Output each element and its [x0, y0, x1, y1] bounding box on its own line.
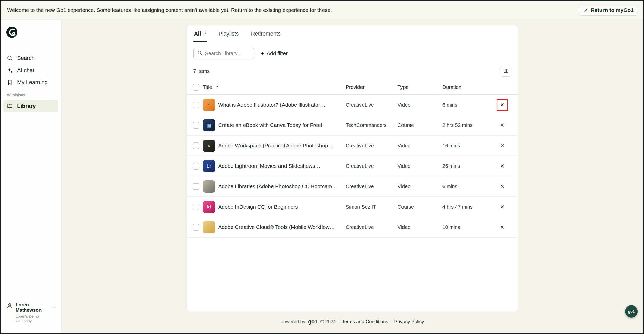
library-tabs: All 7 Playlists Retirements	[187, 25, 518, 42]
course-duration: 6 mins	[442, 102, 492, 108]
library-card: All 7 Playlists Retirements	[187, 25, 518, 312]
table-header: Title Provider Type Duration	[187, 80, 518, 95]
table-row[interactable]: Lr Adobe Lightroom Movies and Slideshows…	[187, 156, 518, 176]
course-duration: 26 mins	[442, 163, 492, 169]
course-provider: TechCommanders	[346, 122, 398, 128]
sidebar-item-my-learning[interactable]: My Learning	[3, 76, 58, 88]
row-checkbox[interactable]	[193, 204, 199, 210]
row-checkbox[interactable]	[193, 163, 199, 170]
sidebar-item-search[interactable]: Search	[3, 52, 58, 64]
go1-wordmark: go1	[308, 318, 318, 325]
table-row[interactable]: Id Adobe InDesign CC for Beginners Simon…	[187, 197, 518, 217]
remove-button[interactable]: ×	[497, 160, 508, 172]
items-count: 7 items	[193, 68, 210, 74]
course-title[interactable]: Create an eBook with Canva Today for Fre…	[218, 122, 346, 128]
go1-floating-button[interactable]: go1	[625, 305, 638, 318]
book-icon	[6, 103, 13, 110]
powered-by-label: powered by	[280, 319, 305, 324]
column-duration: Duration	[442, 84, 492, 90]
search-icon	[197, 50, 203, 57]
return-to-mygo1-button[interactable]: Return to myGo1	[579, 5, 638, 16]
table-row[interactable]: Adobe Libraries (Adobe Photoshop CC Boot…	[187, 176, 518, 197]
chevron-down-icon	[215, 84, 219, 90]
course-thumbnail: ▲	[203, 140, 215, 152]
table-row[interactable]: Adobe Creative Cloud® Tools (Mobile Work…	[187, 217, 518, 238]
course-provider: CreativeLive	[346, 224, 398, 230]
course-thumbnail: Lr	[203, 160, 215, 172]
course-title[interactable]: What is Adobe Illustrator? (Adobe Illust…	[218, 102, 346, 108]
row-checkbox[interactable]	[193, 122, 199, 129]
sidebar-section-administer: Administer	[7, 93, 61, 97]
course-duration: 4 hrs 47 mins	[442, 204, 492, 210]
course-provider: Simon Sez IT	[346, 204, 398, 210]
table-row[interactable]: ▲ Adobe Workspace (Practical Adobe Photo…	[187, 136, 518, 156]
user-icon	[6, 302, 13, 310]
select-all-checkbox[interactable]	[193, 84, 199, 91]
search-icon	[6, 55, 13, 62]
add-filter-button[interactable]: + Add filter	[261, 50, 288, 57]
tab-playlists[interactable]: Playlists	[218, 25, 240, 42]
row-checkbox[interactable]	[193, 183, 199, 190]
course-type: Video	[398, 102, 442, 108]
course-title[interactable]: Adobe Creative Cloud® Tools (Mobile Work…	[218, 224, 346, 230]
user-menu-button[interactable]: ···	[50, 302, 57, 311]
course-thumbnail	[203, 180, 215, 193]
column-type: Type	[398, 84, 442, 90]
terms-link[interactable]: Terms and Conditions	[342, 319, 388, 324]
plus-icon: +	[261, 50, 265, 57]
row-checkbox[interactable]	[193, 102, 199, 108]
course-thumbnail	[203, 221, 215, 233]
course-duration: 6 mins	[442, 184, 492, 189]
course-provider: CreativeLive	[346, 143, 398, 149]
course-type: Video	[398, 224, 442, 230]
view-toggle-button[interactable]	[501, 66, 511, 77]
course-provider: CreativeLive	[346, 102, 398, 108]
course-title[interactable]: Adobe Lightroom Movies and Slideshows…	[218, 163, 346, 169]
course-title[interactable]: Adobe Workspace (Practical Adobe Photosh…	[218, 143, 346, 149]
sidebar: Search AI chat My Learning Administer	[1, 20, 61, 333]
column-title[interactable]: Title	[203, 84, 346, 90]
course-duration: 10 mins	[442, 224, 492, 230]
remove-button[interactable]: ×	[497, 140, 508, 151]
library-search-box[interactable]	[193, 48, 254, 59]
course-provider: CreativeLive	[346, 184, 398, 189]
course-duration: 2 hrs 52 mins	[442, 122, 492, 128]
course-type: Course	[398, 122, 442, 128]
sidebar-item-library[interactable]: Library	[3, 100, 58, 112]
course-thumbnail: ~	[203, 99, 215, 111]
tab-all-count: 7	[204, 31, 207, 37]
sparkle-icon	[6, 67, 13, 74]
app-window: Welcome to the new Go1 experience. Some …	[0, 0, 644, 334]
search-input[interactable]	[205, 51, 250, 56]
remove-button[interactable]: ×	[497, 120, 508, 131]
course-duration: 16 mins	[442, 143, 492, 149]
go1-logo[interactable]	[6, 26, 18, 38]
table-row[interactable]: ~ What is Adobe Illustrator? (Adobe Illu…	[187, 95, 518, 115]
copyright: © 2024	[320, 319, 336, 324]
course-thumbnail: ▣	[203, 119, 215, 131]
course-title[interactable]: Adobe Libraries (Adobe Photoshop CC Boot…	[218, 183, 346, 189]
sidebar-item-ai-chat[interactable]: AI chat	[3, 64, 58, 76]
row-checkbox[interactable]	[193, 142, 199, 149]
user-company: Loren's Demo Company	[16, 314, 45, 324]
main-content: All 7 Playlists Retirements	[61, 20, 643, 333]
course-provider: CreativeLive	[346, 163, 398, 169]
course-type: Course	[398, 204, 442, 210]
page-footer: powered by go1 © 2024 · Terms and Condit…	[280, 312, 424, 325]
row-checkbox[interactable]	[193, 224, 199, 231]
tab-retirements[interactable]: Retirements	[250, 25, 281, 42]
welcome-banner: Welcome to the new Go1 experience. Some …	[1, 1, 643, 20]
remove-button[interactable]: ×	[497, 222, 508, 233]
course-title[interactable]: Adobe InDesign CC for Beginners	[218, 204, 346, 210]
remove-button[interactable]: ×	[497, 181, 508, 192]
tab-all[interactable]: All 7	[193, 25, 207, 42]
privacy-link[interactable]: Privacy Policy	[394, 319, 424, 324]
remove-button[interactable]: ×	[497, 201, 508, 212]
table-row[interactable]: ▣ Create an eBook with Canva Today for F…	[187, 115, 518, 136]
course-type: Video	[398, 184, 442, 189]
banner-message: Welcome to the new Go1 experience. Some …	[7, 7, 332, 13]
course-type: Video	[398, 163, 442, 169]
bookmark-icon	[6, 79, 13, 86]
course-thumbnail: Id	[203, 201, 215, 213]
remove-button[interactable]: ×	[497, 99, 508, 110]
